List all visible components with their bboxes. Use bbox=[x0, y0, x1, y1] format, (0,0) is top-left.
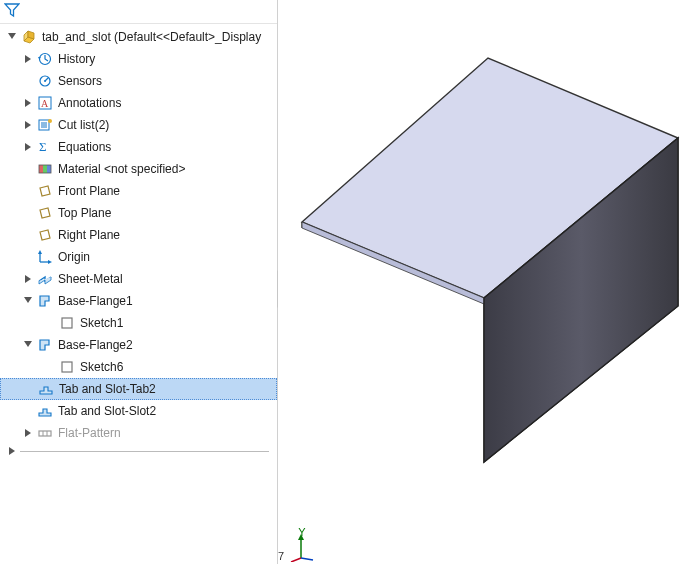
tree-item-label: Flat-Pattern bbox=[58, 426, 277, 440]
svg-marker-24 bbox=[40, 208, 50, 218]
svg-marker-25 bbox=[40, 230, 50, 240]
tree-item[interactable]: Material <not specified> bbox=[0, 158, 277, 180]
chevron-down-icon[interactable] bbox=[22, 295, 34, 307]
tree-item-label: Base-Flange2 bbox=[58, 338, 277, 352]
tree-item-label: Sheet-Metal bbox=[58, 272, 277, 286]
tree-item[interactable]: Base-Flange2 bbox=[0, 334, 277, 356]
flatpattern-icon bbox=[36, 425, 54, 441]
svg-text:Σ: Σ bbox=[39, 139, 47, 154]
sketch-icon bbox=[58, 359, 76, 375]
tree-item-label: Right Plane bbox=[58, 228, 277, 242]
origin-icon bbox=[36, 249, 54, 265]
graphics-viewport[interactable]: 7 Y bbox=[278, 0, 683, 564]
tree-item-label: Tab and Slot-Slot2 bbox=[58, 404, 277, 418]
tree-item-label: Top Plane bbox=[58, 206, 277, 220]
triad-y-label: Y bbox=[298, 526, 305, 538]
tree-item-label: Front Plane bbox=[58, 184, 277, 198]
equations-icon: Σ bbox=[36, 139, 54, 155]
chevron-down-icon[interactable] bbox=[22, 339, 34, 351]
history-icon bbox=[36, 51, 54, 67]
chevron-right-icon[interactable] bbox=[22, 53, 34, 65]
tree-item[interactable]: Top Plane bbox=[0, 202, 277, 224]
svg-marker-30 bbox=[25, 275, 31, 283]
svg-marker-33 bbox=[24, 341, 32, 347]
sketch-icon bbox=[58, 315, 76, 331]
svg-marker-17 bbox=[25, 143, 31, 151]
tree-rollback-separator[interactable] bbox=[0, 444, 277, 458]
svg-marker-31 bbox=[24, 297, 32, 303]
tree-item[interactable]: Sheet-Metal bbox=[0, 268, 277, 290]
annotations-icon: A bbox=[36, 95, 54, 111]
tree-item-label: History bbox=[58, 52, 277, 66]
tree-root[interactable]: tab_and_slot (Default<<Default>_Display bbox=[0, 26, 277, 48]
filter-icon[interactable] bbox=[4, 2, 20, 21]
tree-item-label: Material <not specified> bbox=[58, 162, 277, 176]
svg-marker-28 bbox=[38, 250, 42, 254]
flange-icon bbox=[36, 293, 54, 309]
tree-item-label: Base-Flange1 bbox=[58, 294, 277, 308]
cutlist-icon bbox=[36, 117, 54, 133]
chevron-right-icon[interactable] bbox=[22, 141, 34, 153]
svg-point-7 bbox=[44, 80, 46, 82]
sheetmetal-icon bbox=[36, 271, 54, 287]
chevron-right-icon[interactable] bbox=[22, 273, 34, 285]
material-icon bbox=[36, 161, 54, 177]
plane-icon bbox=[36, 205, 54, 221]
svg-rect-32 bbox=[62, 318, 72, 328]
tree-item-label: Origin bbox=[58, 250, 277, 264]
chevron-down-icon[interactable] bbox=[6, 31, 18, 43]
tree-item[interactable]: Flat-Pattern bbox=[0, 422, 277, 444]
tree-item[interactable]: Cut list(2) bbox=[0, 114, 277, 136]
plane-icon bbox=[36, 183, 54, 199]
chevron-right-icon[interactable] bbox=[6, 445, 18, 457]
sensors-icon bbox=[36, 73, 54, 89]
svg-marker-8 bbox=[25, 99, 31, 107]
tree-item[interactable]: Tab and Slot-Slot2 bbox=[0, 400, 277, 422]
feature-tree[interactable]: tab_and_slot (Default<<Default>_Display … bbox=[0, 24, 277, 564]
tree-item[interactable]: ΣEquations bbox=[0, 136, 277, 158]
chevron-right-icon[interactable] bbox=[22, 427, 34, 439]
chevron-right-icon[interactable] bbox=[22, 97, 34, 109]
tree-item[interactable]: Origin bbox=[0, 246, 277, 268]
svg-marker-35 bbox=[25, 429, 31, 437]
tree-item-label: Sketch6 bbox=[80, 360, 277, 374]
svg-marker-4 bbox=[25, 55, 31, 63]
tree-item-label: Tab and Slot-Tab2 bbox=[59, 382, 276, 396]
svg-line-49 bbox=[301, 558, 313, 560]
feature-tree-panel: tab_and_slot (Default<<Default>_Display … bbox=[0, 0, 278, 564]
svg-text:A: A bbox=[41, 98, 49, 109]
tree-item-label: Sketch1 bbox=[80, 316, 277, 330]
tree-item[interactable]: Sketch6 bbox=[0, 356, 277, 378]
svg-rect-21 bbox=[47, 165, 51, 173]
tree-item[interactable]: AAnnotations bbox=[0, 92, 277, 114]
tree-item[interactable]: Sensors bbox=[0, 70, 277, 92]
filter-bar bbox=[0, 0, 277, 24]
tabslot-icon bbox=[36, 403, 54, 419]
svg-rect-36 bbox=[39, 431, 51, 436]
svg-marker-29 bbox=[48, 260, 52, 264]
tree-item-label: Sensors bbox=[58, 74, 277, 88]
triad-seven: 7 bbox=[278, 550, 284, 562]
svg-marker-23 bbox=[40, 186, 50, 196]
tree-item[interactable]: History bbox=[0, 48, 277, 70]
svg-line-48 bbox=[291, 558, 301, 562]
orientation-triad: 7 Y bbox=[278, 532, 329, 562]
tree-item-label: Cut list(2) bbox=[58, 118, 277, 132]
svg-marker-0 bbox=[8, 33, 16, 39]
model-3d bbox=[278, 0, 683, 564]
tree-item-label: Annotations bbox=[58, 96, 277, 110]
part-icon bbox=[20, 29, 38, 45]
tree-item-label: Equations bbox=[58, 140, 277, 154]
svg-point-16 bbox=[48, 119, 52, 123]
chevron-right-icon[interactable] bbox=[22, 119, 34, 131]
svg-marker-39 bbox=[9, 447, 15, 455]
flange-icon bbox=[36, 337, 54, 353]
tree-item[interactable]: Base-Flange1 bbox=[0, 290, 277, 312]
plane-icon bbox=[36, 227, 54, 243]
svg-rect-34 bbox=[62, 362, 72, 372]
tree-item[interactable]: Tab and Slot-Tab2 bbox=[0, 378, 277, 400]
tree-item[interactable]: Right Plane bbox=[0, 224, 277, 246]
tree-item[interactable]: Sketch1 bbox=[0, 312, 277, 334]
svg-rect-19 bbox=[39, 165, 43, 173]
tree-item[interactable]: Front Plane bbox=[0, 180, 277, 202]
